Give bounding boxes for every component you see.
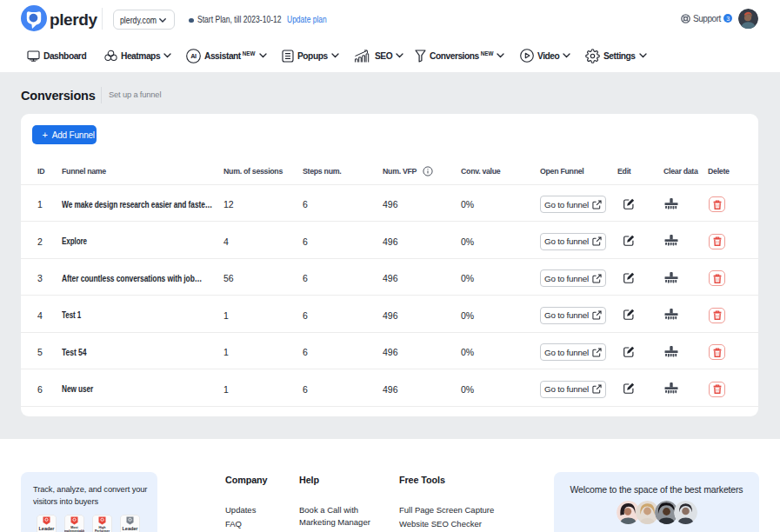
svg-text:Leader: Leader: [38, 526, 55, 531]
svg-text:Leader: Leader: [122, 526, 138, 531]
svg-text:Performer: Performer: [95, 529, 110, 532]
svg-text:Implementable: Implementable: [64, 529, 84, 532]
svg-text:AI: AI: [190, 52, 197, 60]
